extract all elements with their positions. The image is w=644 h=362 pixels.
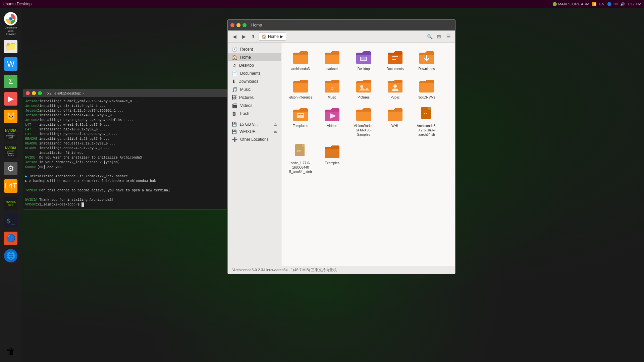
terminal-line: L4T installing: pip-10.0.1-py37_0 ... bbox=[25, 127, 225, 132]
drive1-eject[interactable]: ⏏ bbox=[273, 122, 277, 127]
deb-file-icon: .deb bbox=[292, 143, 309, 160]
file-item-examples[interactable]: Examples bbox=[317, 141, 347, 177]
terminal-line: JetsonZinstalling: cryptography-2.5-py37… bbox=[25, 118, 225, 123]
sidebar-item-other-locations[interactable]: ➕ Other Locations bbox=[228, 135, 281, 143]
impress-icon: ▶ bbox=[4, 92, 17, 106]
fm-view-toggle-btn[interactable]: ⊞ bbox=[435, 33, 443, 41]
sidebar-item-drive2[interactable]: 💾 WEIXUE... ⏏ bbox=[228, 128, 281, 135]
taskbar-volume: 🔊 bbox=[620, 2, 625, 6]
fm-forward-btn[interactable]: ▶ bbox=[240, 33, 248, 41]
fm-close-btn[interactable] bbox=[230, 23, 234, 27]
folder-documents-icon bbox=[387, 49, 403, 65]
folder-downloads-icon bbox=[419, 49, 435, 65]
sidebar-label-recent: Recent bbox=[240, 47, 253, 52]
sidebar-label-other: Other Locations bbox=[240, 137, 269, 142]
sidebar-item-home[interactable]: 🏠 Home bbox=[228, 53, 281, 61]
sidebar-item-downloads[interactable]: ⬇ Downloads bbox=[228, 77, 281, 85]
taskbar-nvidia: 🟢 MAXP CORE ARM bbox=[552, 2, 589, 6]
dock-item-sdk[interactable]: NVIDIA SDK bbox=[1, 195, 20, 212]
folder-desktop-icon bbox=[356, 49, 372, 65]
sidebar-item-music[interactable]: 🎵 Music bbox=[228, 85, 281, 94]
file-item-desktop[interactable]: Desktop bbox=[348, 47, 379, 74]
dock-item-settings[interactable]: ⚙ bbox=[1, 161, 20, 177]
file-item-pictures[interactable]: Pictures bbox=[348, 75, 379, 102]
file-item-documents[interactable]: Documents bbox=[380, 47, 410, 74]
svg-point-11 bbox=[360, 85, 363, 88]
dock-item-software[interactable]: 🔵 bbox=[1, 230, 20, 246]
file-name-whl: WHL bbox=[391, 124, 399, 128]
fm-min-btn[interactable] bbox=[236, 23, 240, 27]
sidebar-item-drive1[interactable]: 💾 15 GB V... ⏏ bbox=[228, 121, 281, 128]
terminal-min-btn[interactable] bbox=[32, 91, 36, 95]
sidebar-label-home: Home bbox=[240, 55, 251, 60]
terminal-body[interactable]: JetsonZinstalling: ruamel_yaml-0.15.64-p… bbox=[23, 97, 227, 209]
file-name-darknet: darknet bbox=[326, 67, 337, 71]
fm-toolbar: ◀ ▶ ⬆ 🏠 Home ▶ 🔍 ⊞ ☰ bbox=[228, 31, 455, 43]
fm-breadcrumb: 🏠 Home ▶ bbox=[259, 33, 286, 41]
dock: ChromiumWebBrowser 📁 W Σ ▶ 🐱 NVIDIA Jets… bbox=[0, 8, 21, 362]
fm-path-text: Home bbox=[268, 34, 279, 39]
file-item-downloads[interactable]: Downloads bbox=[412, 47, 442, 74]
folder-archiconda3-icon bbox=[292, 49, 309, 65]
home-icon: 🏠 bbox=[262, 34, 267, 39]
fm-statusbar: "Archiconda3-0.2.3-Linux-aarch64..." (46… bbox=[228, 266, 455, 274]
dock-item-scratch[interactable]: 🐱 bbox=[1, 108, 20, 124]
sidebar-label-desktop: Desktop bbox=[239, 63, 254, 68]
file-item-templates[interactable]: Templates bbox=[285, 104, 316, 139]
sidebar-item-pictures[interactable]: 🖼 Pictures bbox=[228, 94, 281, 102]
svg-rect-15 bbox=[298, 116, 301, 116]
dock-item-browser[interactable]: 🌐 bbox=[1, 248, 20, 264]
file-item-code-deb[interactable]: .deb code_1.77.0-168008440 5_arm64._.deb bbox=[285, 141, 316, 177]
dock-item-files[interactable]: 📁 bbox=[1, 39, 20, 55]
dock-item-nvidia-dev[interactable]: NVIDIA Jetson Developer Zone bbox=[1, 126, 20, 142]
fm-search-btn[interactable]: 🔍 bbox=[426, 33, 434, 41]
fm-menu-btn[interactable]: ☰ bbox=[444, 33, 452, 41]
text-editor-icon: L4T bbox=[4, 179, 17, 193]
dock-item-chromium[interactable]: ChromiumWebBrowser bbox=[1, 11, 20, 37]
file-item-darknet[interactable]: darknet bbox=[317, 47, 347, 74]
dock-item-writer[interactable]: W bbox=[1, 56, 20, 72]
drive1-icon: 💾 bbox=[232, 122, 237, 127]
terminal-line: L4T installing: wheel-0.32.1-py37_0 ... bbox=[25, 123, 225, 127]
file-name-downloads: Downloads bbox=[418, 67, 435, 71]
fm-back-btn[interactable]: ◀ bbox=[230, 33, 238, 41]
terminal-line bbox=[25, 193, 225, 198]
dock-item-terminal[interactable]: $_ bbox=[1, 213, 20, 229]
svg-rect-14 bbox=[298, 114, 303, 115]
dock-item-text-editor[interactable]: L4T bbox=[1, 178, 20, 194]
svg-text:.deb: .deb bbox=[296, 149, 301, 152]
dock-item-nvidia-support[interactable]: NVIDIA Jetson Support Forum bbox=[1, 143, 20, 159]
sidebar-item-documents[interactable]: 📄 Documents bbox=[228, 69, 281, 77]
file-name-desktop: Desktop bbox=[358, 67, 370, 71]
file-item-rootonvme[interactable]: rootONVMe bbox=[412, 75, 442, 102]
other-locations-icon: ➕ bbox=[232, 137, 237, 142]
drive2-eject[interactable]: ⏏ bbox=[273, 129, 277, 134]
taskbar-bluetooth: 🔵 bbox=[607, 2, 612, 6]
file-item-music[interactable]: ♫ Music bbox=[317, 75, 347, 102]
sidebar-item-desktop[interactable]: 🖥 Desktop bbox=[228, 61, 281, 69]
file-item-archiconda-sh[interactable]: .sh Archiconda3-0.2.3-Linux-aarch64.sh bbox=[412, 104, 442, 139]
file-item-public[interactable]: Public bbox=[380, 75, 410, 102]
file-item-visionworks[interactable]: VisionWorks-SFM-0.90-Samples bbox=[348, 104, 379, 139]
file-item-videos[interactable]: Videos bbox=[317, 104, 347, 139]
file-item-whl[interactable]: WHL bbox=[380, 104, 410, 139]
sidebar-label-trash: Trash bbox=[239, 111, 249, 116]
terminal-max-btn[interactable] bbox=[38, 91, 42, 95]
taskbar-time: 1:17 PM bbox=[628, 2, 641, 6]
fm-body: 🕐 Recent 🏠 Home 🖥 Desktop 📄 Documents ⬇ … bbox=[228, 43, 455, 266]
sidebar-item-trash[interactable]: 🗑 Trash bbox=[228, 110, 281, 118]
file-name-jetson-inference: jetson-inference bbox=[288, 95, 312, 100]
sidebar-label-documents: Documents bbox=[240, 71, 261, 76]
dock-item-trash[interactable]: 🗑 bbox=[1, 343, 20, 359]
sidebar-item-recent[interactable]: 🕐 Recent bbox=[228, 45, 281, 53]
fm-max-btn[interactable] bbox=[243, 23, 247, 27]
file-item-jetson-inference[interactable]: jetson-inference bbox=[285, 75, 316, 102]
terminal-line: installation finished. bbox=[25, 151, 225, 156]
sidebar-item-videos[interactable]: 🎬 Videos bbox=[228, 102, 281, 110]
terminal-close-btn[interactable] bbox=[26, 91, 30, 95]
svg-text:.sh: .sh bbox=[423, 112, 427, 115]
dock-item-impress[interactable]: ▶ bbox=[1, 91, 20, 107]
file-item-archiconda3[interactable]: archiconda3 bbox=[285, 47, 316, 74]
dock-item-calc[interactable]: Σ bbox=[1, 73, 20, 89]
fm-parent-btn[interactable]: ⬆ bbox=[249, 33, 257, 41]
